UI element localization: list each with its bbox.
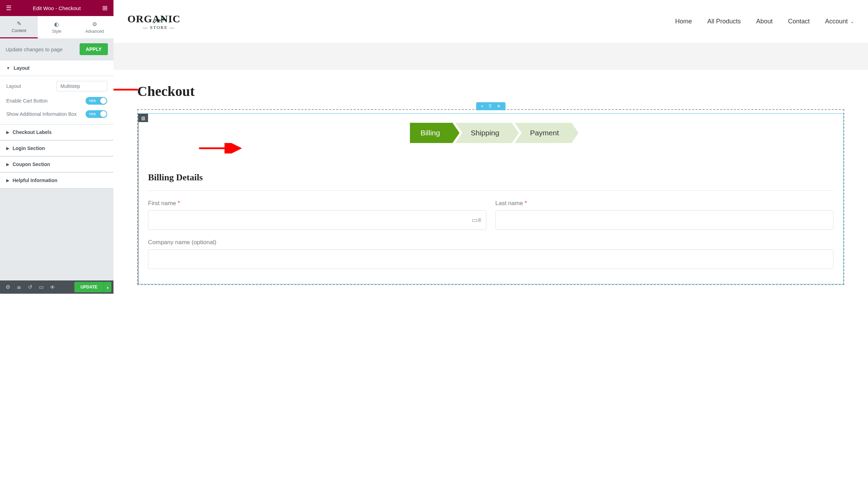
toggle-yes-label: YES: [89, 99, 96, 103]
field-company: Company name (optional): [148, 239, 833, 269]
logo-sub-text: — STORE —: [127, 25, 190, 30]
toggle-knob: [100, 98, 106, 104]
toggle-yes-label-2: YES: [89, 112, 96, 116]
caret-right-icon: ▶: [6, 130, 9, 135]
update-dropdown[interactable]: ▴: [104, 282, 111, 292]
contrast-icon: ◐: [54, 21, 59, 28]
gray-band: [113, 43, 868, 70]
gear-icon: ⚙: [92, 21, 97, 28]
first-name-label: First name *: [148, 200, 486, 207]
enable-cart-label: Enable Cart Button: [6, 98, 47, 104]
section-login[interactable]: ▶ Login Section: [0, 140, 113, 156]
first-name-input[interactable]: [148, 210, 486, 230]
contact-card-icon: ▭≡: [472, 216, 481, 224]
add-section-icon[interactable]: +: [481, 104, 484, 109]
preview-icon[interactable]: 👁: [47, 284, 58, 290]
nav-about[interactable]: About: [756, 18, 773, 25]
step-shipping[interactable]: Shipping: [455, 123, 512, 143]
history-icon[interactable]: ↺: [24, 284, 36, 290]
caret-right-icon: ▶: [6, 162, 9, 167]
tab-content-label: Content: [12, 28, 26, 33]
drag-section-icon[interactable]: ⠿: [488, 104, 492, 109]
widgets-grid-icon[interactable]: ⊞: [100, 4, 110, 12]
chevron-down-icon: ⌄: [851, 19, 854, 24]
field-last-name: Last name *: [495, 200, 834, 230]
settings-icon[interactable]: ⚙: [2, 284, 13, 290]
section-helpful[interactable]: ▶ Helpful Information: [0, 172, 113, 188]
preview-area: ORGANIC — STORE — Home All Products Abou…: [113, 0, 868, 503]
panel-header: ☰ Edit Woo - Checkout ⊞: [0, 0, 113, 16]
content-wrap: Checkout + ⠿ ✕ ▥ Billing Shipping Paymen…: [120, 70, 861, 285]
enable-cart-toggle[interactable]: YES: [86, 97, 107, 105]
caret-right-icon: ▶: [6, 178, 9, 183]
layout-select-value: Multistep: [60, 83, 80, 89]
section-handle: + ⠿ ✕: [476, 102, 506, 110]
field-first-name: First name * ▭≡: [148, 200, 486, 230]
company-label: Company name (optional): [148, 239, 833, 246]
helpful-info-label: Helpful Information: [13, 178, 57, 183]
divider: [148, 190, 833, 191]
section-layout-label: Layout: [14, 65, 30, 71]
control-show-info: Show Additional Information Box YES: [6, 110, 107, 118]
billing-details-heading: Billing Details: [148, 172, 833, 183]
pencil-icon: ✎: [17, 20, 21, 27]
step-payment[interactable]: Payment: [515, 123, 572, 143]
control-enable-cart: Enable Cart Button YES: [6, 97, 107, 105]
panel-footer: ⚙ ≣ ↺ ▭ 👁 UPDATE ▴: [0, 280, 113, 294]
nav-home[interactable]: Home: [675, 18, 692, 25]
coupon-section-label: Coupon Section: [13, 162, 50, 167]
caret-right-icon: ▶: [6, 146, 9, 151]
responsive-icon[interactable]: ▭: [36, 284, 47, 290]
login-section-label: Login Section: [13, 145, 45, 151]
layout-label: Layout: [6, 83, 21, 89]
checkout-labels-label: Checkout Labels: [13, 129, 52, 135]
tab-advanced[interactable]: ⚙ Advanced: [76, 16, 113, 38]
apply-row: Update changes to page APPLY: [0, 38, 113, 60]
layout-select[interactable]: Multistep: [57, 81, 107, 91]
dotted-edge: [138, 114, 139, 284]
last-name-label: Last name *: [495, 200, 834, 207]
nav-contact[interactable]: Contact: [788, 18, 810, 25]
nav-account[interactable]: Account ⌄: [825, 18, 854, 25]
billing-form: Billing Details First name * ▭≡ Last nam…: [138, 158, 843, 269]
tab-style-label: Style: [52, 29, 61, 34]
tab-content[interactable]: ✎ Content: [0, 16, 38, 38]
hamburger-icon[interactable]: ☰: [3, 4, 14, 12]
checkout-steps: Billing Shipping Payment: [138, 123, 843, 143]
update-button[interactable]: UPDATE: [74, 282, 104, 292]
step-billing[interactable]: Billing: [410, 123, 453, 143]
tab-advanced-label: Advanced: [85, 29, 104, 34]
apply-button[interactable]: APPLY: [80, 43, 108, 55]
panel-tabs: ✎ Content ◐ Style ⚙ Advanced: [0, 16, 113, 38]
elementor-section[interactable]: + ⠿ ✕ ▥ Billing Shipping Payment Billing…: [137, 109, 844, 285]
page-title: Checkout: [137, 83, 844, 99]
last-name-input[interactable]: [495, 210, 834, 230]
site-logo[interactable]: ORGANIC — STORE —: [127, 13, 190, 30]
main-nav: Home All Products About Contact Account …: [675, 18, 854, 25]
company-input[interactable]: [148, 249, 833, 269]
section-checkout-labels[interactable]: ▶ Checkout Labels: [0, 124, 113, 140]
nav-account-label: Account: [825, 18, 848, 25]
section-layout-head[interactable]: ▼ Layout: [0, 60, 113, 76]
column-handle-icon[interactable]: ▥: [138, 114, 148, 122]
editor-panel: ☰ Edit Woo - Checkout ⊞ ✎ Content ◐ Styl…: [0, 0, 113, 294]
navigator-icon[interactable]: ≣: [13, 284, 24, 290]
section-layout-body: Layout Multistep Enable Cart Button YES …: [0, 76, 113, 124]
show-info-label: Show Additional Information Box: [6, 111, 77, 117]
control-layout: Layout Multistep: [6, 81, 107, 91]
show-info-toggle[interactable]: YES: [86, 110, 107, 118]
panel-title: Edit Woo - Checkout: [14, 5, 100, 11]
elementor-column[interactable]: ▥ Billing Shipping Payment Billing Detai…: [138, 113, 844, 284]
logo-top-text: ORGANIC: [127, 13, 190, 25]
nav-products[interactable]: All Products: [707, 18, 741, 25]
caret-down-icon: ▼: [6, 66, 10, 70]
delete-section-icon[interactable]: ✕: [497, 104, 501, 109]
apply-text: Update changes to page: [6, 46, 62, 52]
section-coupon[interactable]: ▶ Coupon Section: [0, 156, 113, 172]
tab-style[interactable]: ◐ Style: [38, 16, 75, 38]
toggle-knob-2: [100, 111, 106, 117]
site-header: ORGANIC — STORE — Home All Products Abou…: [113, 0, 868, 43]
